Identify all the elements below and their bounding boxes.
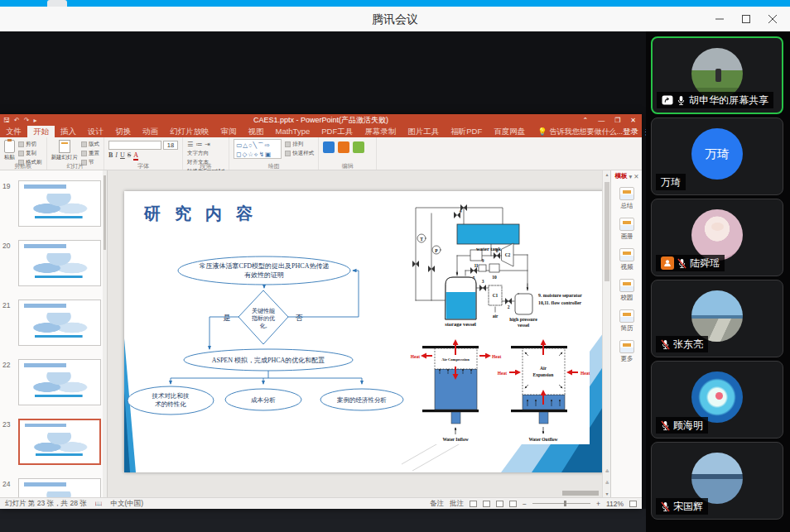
bold-button[interactable]: B — [108, 151, 113, 161]
zoom-slider[interactable] — [532, 503, 590, 504]
font-name-input[interactable] — [108, 141, 161, 150]
slide-thumbnail-image[interactable] — [18, 419, 101, 465]
font-color-button[interactable]: A — [133, 151, 138, 161]
editor-vertical-scrollbar[interactable]: ▴ ≙ ≚ ▾ — [602, 170, 610, 497]
thumbnail-scrollbar[interactable] — [103, 170, 107, 497]
new-slide-button[interactable]: 新建幻灯片 — [51, 139, 79, 161]
reset-button[interactable]: 重置 — [81, 150, 99, 157]
slide-thumbnail[interactable]: 22 — [0, 359, 108, 407]
tell-me-box[interactable]: 💡 告诉我您想要做什么... — [531, 126, 623, 137]
zoom-slider-handle[interactable] — [564, 501, 566, 506]
participant-tile[interactable]: 张东亮 — [651, 280, 783, 357]
foxit-pdf-icon[interactable] — [353, 141, 364, 153]
ppt-close-icon[interactable]: ✕ — [626, 117, 640, 124]
slide-title[interactable]: 研 究 内 容 — [144, 203, 258, 225]
participant-tile[interactable]: 陆舜瑶 — [651, 199, 783, 276]
slide-thumbnail-image[interactable] — [18, 478, 101, 497]
slide-thumbnail[interactable]: 19 — [0, 180, 108, 228]
slide-thumbnail[interactable]: 23 — [0, 419, 108, 467]
ribbon-options-icon[interactable]: ⌃ — [578, 117, 592, 124]
air-inlet-label: air — [493, 314, 499, 319]
notes-button[interactable]: 备注 — [430, 499, 444, 509]
login-button[interactable]: 登录 — [623, 127, 638, 137]
scrollbar-thumb[interactable] — [605, 182, 609, 281]
task-pane-item[interactable]: 视频 — [619, 248, 634, 271]
slide-number: 19 — [2, 182, 10, 190]
paste-button[interactable]: 粘贴 — [4, 139, 15, 161]
participant-tile[interactable]: 宋国辉 — [651, 442, 783, 520]
shared-screen-area: 🖫 ↶ ↷ ▸ CAES1.pptx - PowerPoint(产品激活失败) … — [0, 31, 646, 532]
minimize-button[interactable] — [707, 11, 732, 27]
text-direction-button[interactable]: 文字方向 — [187, 150, 224, 157]
ribbon-tab[interactable]: 开始 — [27, 126, 55, 137]
slide-thumbnail-image[interactable] — [18, 300, 101, 346]
quick-styles-button[interactable]: 快速样式 — [285, 150, 314, 157]
slide-thumbnail[interactable]: 24 — [0, 478, 108, 497]
ribbon-tab[interactable]: 图片工具 — [402, 126, 445, 137]
slideshow-view-icon[interactable] — [509, 501, 517, 507]
italic-button[interactable]: I — [115, 151, 118, 161]
ppt-window-controls: ⌃ — ❐ ✕ — [578, 114, 640, 126]
spellcheck-icon[interactable]: 📖 — [95, 501, 103, 507]
normal-view-icon[interactable] — [470, 501, 477, 507]
ribbon-tab[interactable]: 文件 — [0, 126, 27, 137]
zoom-level[interactable]: 112% — [606, 500, 624, 508]
ribbon-tab[interactable]: 视图 — [243, 126, 270, 137]
ribbon-tab[interactable]: 福昕PDF — [445, 126, 488, 137]
ribbon-tab[interactable]: 动画 — [137, 126, 164, 137]
ribbon-tab[interactable]: 审阅 — [215, 126, 243, 137]
copy-button[interactable]: 复制 — [18, 150, 42, 157]
indent-icon[interactable]: ⇥ — [205, 141, 210, 148]
bullets-icon[interactable]: ☰ — [187, 141, 193, 148]
ribbon-tab[interactable]: 百度网盘 — [488, 126, 531, 137]
arrange-button[interactable]: 排列 — [285, 141, 314, 148]
reading-view-icon[interactable] — [496, 501, 503, 507]
strikethrough-button[interactable]: S — [128, 151, 131, 161]
underline-button[interactable]: U — [120, 151, 125, 161]
ribbon-tab[interactable]: 插入 — [55, 126, 82, 137]
fit-to-window-icon[interactable] — [629, 501, 637, 507]
participant-tile[interactable]: 顾海明 — [651, 361, 783, 439]
ribbon-tab[interactable]: 幻灯片放映 — [164, 126, 215, 137]
task-pane-item[interactable]: 更多 — [619, 340, 634, 363]
ribbon-tab[interactable]: PDF工具 — [316, 126, 359, 137]
language-status[interactable]: 中文(中国) — [110, 499, 143, 509]
slide-thumbnail[interactable]: 21 — [0, 300, 108, 347]
task-pane-item[interactable]: 简历 — [619, 309, 634, 333]
layout-button[interactable]: 版式 — [81, 141, 99, 148]
comments-button[interactable]: 批注 — [450, 499, 464, 509]
participant-tile-sharer[interactable]: 胡申华的屏幕共享 — [651, 36, 783, 114]
template-task-pane: 模板 ▾ ✕ 总结 画册 视频 — [610, 170, 642, 497]
ribbon-tab[interactable]: 设计 — [82, 126, 109, 137]
task-pane-item[interactable]: 画册 — [619, 218, 634, 241]
ribbon-tab[interactable]: 屏幕录制 — [359, 126, 402, 137]
slide-thumbnail[interactable]: 20 — [0, 240, 108, 288]
baidu-pan-icon[interactable] — [323, 141, 335, 153]
screen-record-icon[interactable] — [338, 141, 349, 153]
shapes-gallery[interactable]: ▭△○╲⌒⇨ ◻◇☆⟡↯▣ — [234, 139, 282, 159]
slide-sorter-view-icon[interactable] — [483, 501, 490, 507]
participant-tile[interactable]: 万琦 万琦 — [651, 117, 783, 195]
ribbon-tab[interactable]: 切换 — [109, 126, 137, 137]
cut-button[interactable]: 剪切 — [18, 141, 42, 148]
ribbon-tab[interactable]: MathType — [270, 126, 316, 137]
maximize-button[interactable] — [734, 11, 759, 27]
editor-horizontal-scrollbar[interactable] — [108, 490, 602, 496]
close-button[interactable] — [760, 11, 785, 27]
ppt-restore-icon[interactable]: ❐ — [610, 117, 624, 124]
slide-canvas[interactable]: 常压液体活塞CFD模型的提出及PHCA热传递 有效性的证明 关键性能 指标的优 … — [124, 191, 605, 472]
slide-thumbnail-image[interactable] — [18, 180, 101, 227]
task-pane-dropdown-icon[interactable]: ▾ — [629, 173, 632, 180]
zoom-in-icon[interactable]: + — [596, 500, 600, 508]
slide-thumbnail-image[interactable] — [18, 359, 101, 405]
task-pane-close-icon[interactable]: ✕ — [633, 173, 638, 180]
ppt-minimize-icon[interactable]: — — [594, 117, 609, 124]
numbering-icon[interactable]: ≔ — [195, 141, 202, 148]
slide-thumbnail-image[interactable] — [18, 240, 101, 286]
font-size-input[interactable]: 18 — [163, 141, 178, 150]
task-pane-item[interactable]: 校园 — [619, 279, 634, 302]
zoom-out-icon[interactable]: − — [523, 500, 527, 508]
task-pane-item[interactable]: 总结 — [619, 187, 634, 210]
ppt-titlebar: 🖫 ↶ ↷ ▸ CAES1.pptx - PowerPoint(产品激活失败) … — [0, 114, 642, 126]
hscrollbar-thumb[interactable] — [562, 491, 599, 496]
